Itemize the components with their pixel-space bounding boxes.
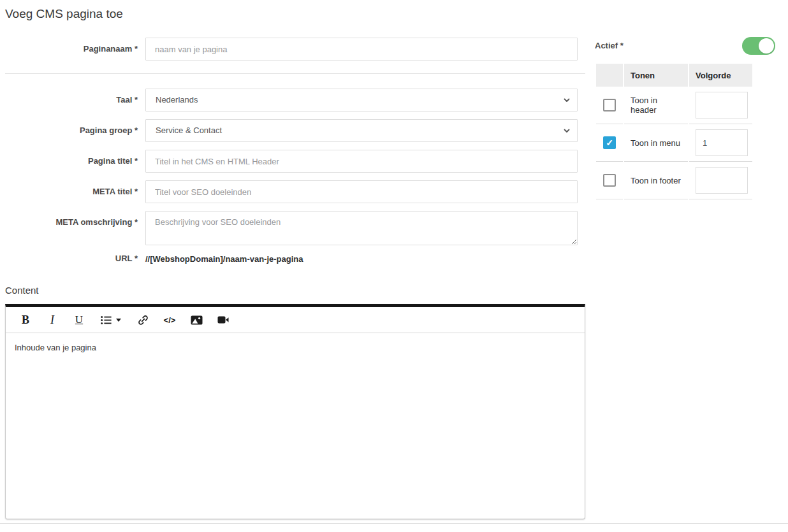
section-divider: [5, 73, 585, 74]
url-label: URL *: [0, 253, 145, 265]
editor-toolbar: B I U: [6, 307, 585, 333]
pagina-groep-row: Pagina groep * Service & Contact: [0, 119, 578, 142]
toon-in-menu-volgorde-input[interactable]: [696, 129, 748, 156]
bold-icon: B: [22, 313, 29, 327]
taal-row: Taal * Nederlands: [0, 89, 578, 111]
paginanaam-row: Paginanaam *: [0, 38, 578, 61]
bold-button[interactable]: B: [12, 307, 39, 333]
table-row-toon-in-header: ✓ Toon in header: [596, 87, 752, 124]
content-section-label: Content: [5, 285, 39, 296]
url-value: //[WebshopDomain]/naam-van-je-pagina: [145, 253, 303, 265]
toon-in-header-label: Toon in header: [624, 87, 688, 124]
toon-in-menu-checkbox[interactable]: ✓: [603, 136, 616, 149]
code-view-button[interactable]: </>: [156, 307, 183, 333]
underline-icon: U: [75, 313, 83, 326]
toon-in-header-checkbox[interactable]: ✓: [603, 99, 616, 111]
toggle-knob: [759, 38, 774, 54]
checkbox-column-header: [596, 64, 623, 87]
toon-in-header-volgorde-input[interactable]: [696, 92, 748, 119]
volgorde-column-header: Volgorde: [689, 64, 752, 87]
taal-selected-value: Nederlands: [156, 95, 198, 104]
pagina-titel-row: Pagina titel *: [0, 150, 578, 173]
visibility-table-header-row: Tonen Volgorde: [596, 64, 752, 87]
meta-omschrijving-label: META omschrijving *: [0, 211, 145, 245]
check-icon: ✓: [604, 138, 615, 148]
toon-in-menu-label: Toon in menu: [624, 124, 688, 162]
chevron-down-icon: [563, 127, 571, 134]
actief-toggle[interactable]: [742, 37, 775, 55]
underline-button[interactable]: U: [66, 307, 92, 333]
unordered-list-icon: [101, 315, 112, 325]
caret-down-icon: [116, 319, 121, 322]
actief-label: Actief *: [595, 41, 624, 50]
taal-label: Taal *: [0, 89, 145, 111]
image-icon: [191, 315, 203, 325]
meta-omschrijving-row: META omschrijving *: [0, 211, 578, 245]
toon-in-footer-volgorde-input[interactable]: [696, 167, 748, 194]
italic-button[interactable]: I: [39, 307, 66, 333]
insert-image-button[interactable]: [183, 307, 210, 333]
page-title: Voeg CMS pagina toe: [5, 7, 123, 21]
table-row-toon-in-footer: ✓ Toon in footer: [596, 162, 752, 199]
chevron-down-icon: [563, 96, 571, 104]
toon-in-footer-checkbox[interactable]: ✓: [603, 174, 616, 187]
pagina-groep-label: Pagina groep *: [0, 119, 145, 142]
editor-content-area[interactable]: Inhoude van je pagina: [6, 333, 585, 519]
paginanaam-input[interactable]: [145, 38, 578, 61]
table-row-toon-in-menu: ✓ Toon in menu: [596, 124, 752, 162]
tonen-column-header: Tonen: [624, 64, 688, 87]
pagina-groep-select[interactable]: Service & Contact: [145, 119, 578, 142]
insert-video-button[interactable]: [210, 307, 237, 333]
toon-in-footer-label: Toon in footer: [624, 162, 688, 199]
add-cms-page-form: Voeg CMS pagina toe Paginanaam * Taal * …: [0, 0, 788, 532]
pagina-groep-selected-value: Service & Contact: [156, 126, 222, 135]
pagina-titel-input[interactable]: [145, 150, 578, 173]
meta-titel-label: META titel *: [0, 180, 145, 203]
video-icon: [217, 315, 229, 324]
url-row: URL * //[WebshopDomain]/naam-van-je-pagi…: [0, 253, 303, 265]
paginanaam-label: Paginanaam *: [0, 38, 145, 61]
pagina-titel-label: Pagina titel *: [0, 150, 145, 173]
taal-select[interactable]: Nederlands: [145, 89, 578, 111]
content-editor: B I U: [5, 304, 585, 519]
link-icon: [138, 315, 149, 326]
page-bottom-divider: [0, 523, 788, 524]
italic-icon: I: [50, 313, 54, 327]
link-button[interactable]: [129, 307, 156, 333]
list-dropdown-button[interactable]: [92, 307, 129, 333]
meta-titel-input[interactable]: [145, 180, 578, 203]
visibility-table: Tonen Volgorde ✓ Toon in header ✓: [595, 64, 754, 199]
meta-omschrijving-textarea[interactable]: [145, 211, 578, 245]
code-view-icon: </>: [164, 315, 176, 325]
meta-titel-row: META titel *: [0, 180, 578, 203]
